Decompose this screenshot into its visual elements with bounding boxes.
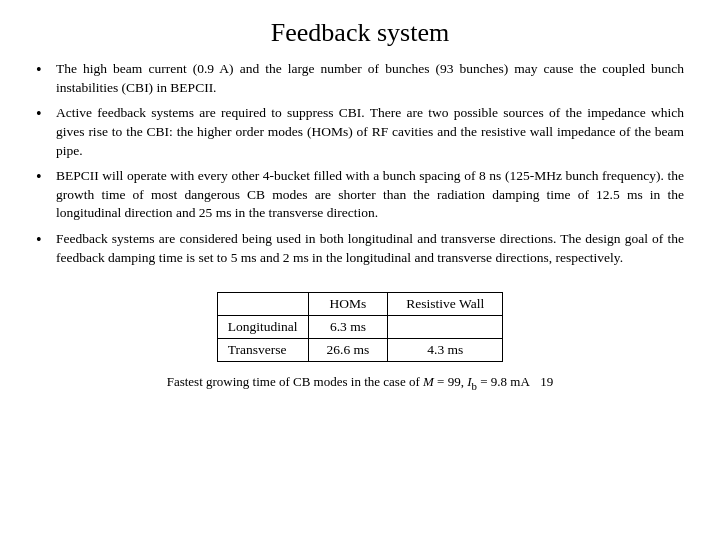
table-row: Transverse 26.6 ms 4.3 ms	[217, 339, 502, 362]
table-row: Longitudinal 6.3 ms	[217, 316, 502, 339]
bullet-text-1: The high beam current (0.9 A) and the la…	[56, 60, 684, 97]
table-cell-rwall-longitudinal	[388, 316, 503, 339]
page-number: 19	[540, 374, 553, 389]
table-cell-homs-transverse: 26.6 ms	[308, 339, 388, 362]
bullet-marker: •	[36, 167, 52, 188]
footer: Fastest growing time of CB modes in the …	[36, 374, 684, 392]
list-item: • The high beam current (0.9 A) and the …	[36, 60, 684, 97]
table-cell-label-transverse: Transverse	[217, 339, 308, 362]
bullet-marker: •	[36, 230, 52, 251]
table-header-empty	[217, 293, 308, 316]
list-item: • Active feedback systems are required t…	[36, 104, 684, 160]
table-cell-rwall-transverse: 4.3 ms	[388, 339, 503, 362]
table-header-rwall: Resistive Wall	[388, 293, 503, 316]
table-cell-label-longitudinal: Longitudinal	[217, 316, 308, 339]
bullet-list: • The high beam current (0.9 A) and the …	[36, 60, 684, 274]
table-cell-homs-longitudinal: 6.3 ms	[308, 316, 388, 339]
bullet-marker: •	[36, 104, 52, 125]
results-table: HOMs Resistive Wall Longitudinal 6.3 ms …	[217, 292, 503, 362]
bullet-text-3: BEPCII will operate with every other 4-b…	[56, 167, 684, 223]
table-header-homs: HOMs	[308, 293, 388, 316]
list-item: • BEPCII will operate with every other 4…	[36, 167, 684, 223]
footer-text: Fastest growing time of CB modes in the …	[167, 374, 529, 389]
page: Feedback system • The high beam current …	[0, 0, 720, 540]
list-item: • Feedback systems are considered being …	[36, 230, 684, 267]
page-title: Feedback system	[36, 18, 684, 48]
bullet-text-2: Active feedback systems are required to …	[56, 104, 684, 160]
bullet-marker: •	[36, 60, 52, 81]
data-table-section: HOMs Resistive Wall Longitudinal 6.3 ms …	[36, 292, 684, 362]
bullet-text-4: Feedback systems are considered being us…	[56, 230, 684, 267]
